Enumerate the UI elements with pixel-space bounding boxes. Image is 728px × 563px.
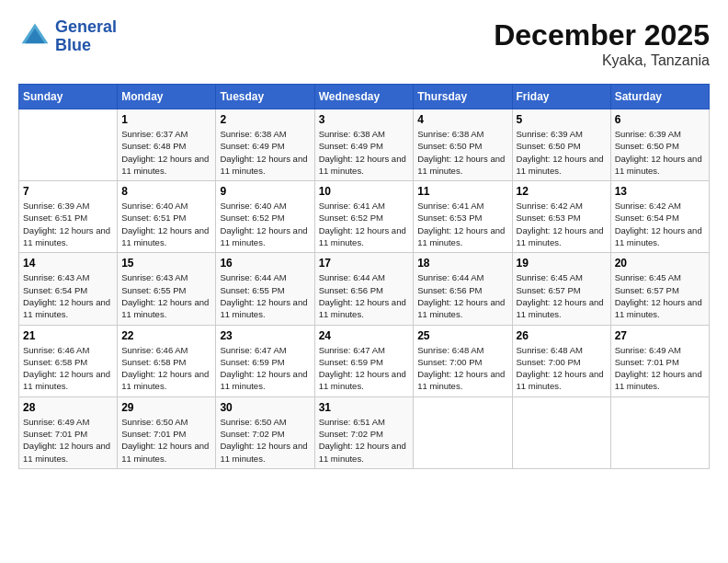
day-info: Sunrise: 6:43 AMSunset: 6:55 PMDaylight:…	[121, 271, 211, 320]
day-info: Sunrise: 6:40 AMSunset: 6:52 PMDaylight:…	[220, 200, 310, 248]
day-cell: 18Sunrise: 6:44 AMSunset: 6:56 PMDayligh…	[414, 253, 512, 325]
day-cell: 19Sunrise: 6:45 AMSunset: 6:57 PMDayligh…	[512, 253, 610, 325]
weekday-header-thursday: Thursday	[414, 85, 512, 109]
day-info: Sunrise: 6:38 AMSunset: 6:49 PMDaylight:…	[220, 128, 310, 177]
day-number: 22	[121, 329, 211, 342]
page-header: General Blue December 2025 Kyaka, Tanzan…	[18, 18, 710, 69]
day-info: Sunrise: 6:43 AMSunset: 6:54 PMDaylight:…	[23, 271, 113, 320]
day-number: 11	[417, 185, 507, 198]
weekday-header-friday: Friday	[512, 85, 610, 109]
day-cell: 22Sunrise: 6:46 AMSunset: 6:58 PMDayligh…	[118, 325, 216, 396]
logo: General Blue	[18, 18, 117, 55]
day-cell: 20Sunrise: 6:45 AMSunset: 6:57 PMDayligh…	[610, 253, 709, 325]
day-number: 15	[121, 257, 211, 270]
day-number: 9	[220, 185, 310, 198]
weekday-header-saturday: Saturday	[610, 85, 709, 109]
calendar-body: 1Sunrise: 6:37 AMSunset: 6:48 PMDaylight…	[19, 109, 710, 469]
day-info: Sunrise: 6:38 AMSunset: 6:50 PMDaylight:…	[417, 128, 507, 177]
day-cell: 2Sunrise: 6:38 AMSunset: 6:49 PMDaylight…	[216, 109, 314, 181]
day-cell: 8Sunrise: 6:40 AMSunset: 6:51 PMDaylight…	[118, 181, 216, 253]
logo-icon	[18, 20, 51, 53]
day-number: 19	[517, 257, 607, 270]
day-cell: 12Sunrise: 6:42 AMSunset: 6:53 PMDayligh…	[512, 181, 610, 253]
day-cell: 6Sunrise: 6:39 AMSunset: 6:50 PMDaylight…	[610, 109, 709, 181]
day-cell: 23Sunrise: 6:47 AMSunset: 6:59 PMDayligh…	[216, 325, 314, 396]
day-info: Sunrise: 6:47 AMSunset: 6:59 PMDaylight:…	[319, 344, 410, 393]
title-block: December 2025 Kyaka, Tanzania	[494, 18, 710, 69]
day-cell	[414, 396, 512, 468]
day-cell: 21Sunrise: 6:46 AMSunset: 6:58 PMDayligh…	[19, 325, 118, 396]
day-cell: 29Sunrise: 6:50 AMSunset: 7:01 PMDayligh…	[118, 396, 216, 468]
day-number: 26	[517, 329, 607, 342]
day-cell	[610, 396, 709, 468]
header-row: SundayMondayTuesdayWednesdayThursdayFrid…	[19, 85, 710, 109]
day-info: Sunrise: 6:39 AMSunset: 6:51 PMDaylight:…	[23, 200, 113, 248]
day-cell: 24Sunrise: 6:47 AMSunset: 6:59 PMDayligh…	[314, 325, 414, 396]
day-cell: 17Sunrise: 6:44 AMSunset: 6:56 PMDayligh…	[314, 253, 414, 325]
day-number: 28	[23, 401, 113, 414]
day-number: 29	[121, 401, 211, 414]
day-info: Sunrise: 6:42 AMSunset: 6:54 PMDaylight:…	[615, 200, 705, 248]
day-number: 31	[319, 401, 410, 414]
day-info: Sunrise: 6:50 AMSunset: 7:01 PMDaylight:…	[121, 416, 211, 465]
week-row-1: 1Sunrise: 6:37 AMSunset: 6:48 PMDaylight…	[19, 109, 710, 181]
day-info: Sunrise: 6:45 AMSunset: 6:57 PMDaylight:…	[517, 271, 607, 320]
day-info: Sunrise: 6:49 AMSunset: 7:01 PMDaylight:…	[23, 416, 113, 465]
logo-text: General Blue	[55, 18, 117, 55]
week-row-3: 14Sunrise: 6:43 AMSunset: 6:54 PMDayligh…	[19, 253, 710, 325]
calendar-table: SundayMondayTuesdayWednesdayThursdayFrid…	[18, 84, 710, 469]
day-number: 30	[220, 401, 310, 414]
calendar-header: SundayMondayTuesdayWednesdayThursdayFrid…	[19, 85, 710, 109]
day-number: 16	[220, 257, 310, 270]
day-number: 25	[417, 329, 507, 342]
day-info: Sunrise: 6:48 AMSunset: 7:00 PMDaylight:…	[517, 344, 607, 393]
day-info: Sunrise: 6:41 AMSunset: 6:53 PMDaylight:…	[417, 200, 507, 248]
day-cell: 10Sunrise: 6:41 AMSunset: 6:52 PMDayligh…	[314, 181, 414, 253]
day-number: 5	[517, 113, 607, 126]
day-cell	[512, 396, 610, 468]
weekday-header-wednesday: Wednesday	[314, 85, 414, 109]
day-info: Sunrise: 6:46 AMSunset: 6:58 PMDaylight:…	[23, 344, 113, 393]
day-info: Sunrise: 6:45 AMSunset: 6:57 PMDaylight:…	[615, 271, 705, 320]
day-number: 21	[23, 329, 113, 342]
week-row-4: 21Sunrise: 6:46 AMSunset: 6:58 PMDayligh…	[19, 325, 710, 396]
day-cell: 7Sunrise: 6:39 AMSunset: 6:51 PMDaylight…	[19, 181, 118, 253]
day-info: Sunrise: 6:48 AMSunset: 7:00 PMDaylight:…	[417, 344, 507, 393]
day-cell: 4Sunrise: 6:38 AMSunset: 6:50 PMDaylight…	[414, 109, 512, 181]
day-info: Sunrise: 6:42 AMSunset: 6:53 PMDaylight:…	[517, 200, 607, 248]
day-cell: 30Sunrise: 6:50 AMSunset: 7:02 PMDayligh…	[216, 396, 314, 468]
day-cell: 3Sunrise: 6:38 AMSunset: 6:49 PMDaylight…	[314, 109, 414, 181]
day-number: 23	[220, 329, 310, 342]
weekday-header-monday: Monday	[118, 85, 216, 109]
day-cell: 13Sunrise: 6:42 AMSunset: 6:54 PMDayligh…	[610, 181, 709, 253]
day-number: 27	[615, 329, 705, 342]
day-cell: 27Sunrise: 6:49 AMSunset: 7:01 PMDayligh…	[610, 325, 709, 396]
day-info: Sunrise: 6:44 AMSunset: 6:56 PMDaylight:…	[417, 271, 507, 320]
month-year: December 2025	[494, 18, 710, 52]
day-cell	[19, 109, 118, 181]
day-info: Sunrise: 6:38 AMSunset: 6:49 PMDaylight:…	[319, 128, 410, 177]
day-info: Sunrise: 6:47 AMSunset: 6:59 PMDaylight:…	[220, 344, 310, 393]
day-number: 12	[517, 185, 607, 198]
day-cell: 31Sunrise: 6:51 AMSunset: 7:02 PMDayligh…	[314, 396, 414, 468]
day-cell: 26Sunrise: 6:48 AMSunset: 7:00 PMDayligh…	[512, 325, 610, 396]
day-info: Sunrise: 6:51 AMSunset: 7:02 PMDaylight:…	[319, 416, 410, 465]
day-info: Sunrise: 6:39 AMSunset: 6:50 PMDaylight:…	[615, 128, 705, 177]
day-cell: 25Sunrise: 6:48 AMSunset: 7:00 PMDayligh…	[414, 325, 512, 396]
day-cell: 28Sunrise: 6:49 AMSunset: 7:01 PMDayligh…	[19, 396, 118, 468]
day-number: 24	[319, 329, 410, 342]
day-number: 10	[319, 185, 410, 198]
day-number: 3	[319, 113, 410, 126]
day-cell: 16Sunrise: 6:44 AMSunset: 6:55 PMDayligh…	[216, 253, 314, 325]
day-number: 17	[319, 257, 410, 270]
day-cell: 9Sunrise: 6:40 AMSunset: 6:52 PMDaylight…	[216, 181, 314, 253]
week-row-5: 28Sunrise: 6:49 AMSunset: 7:01 PMDayligh…	[19, 396, 710, 468]
location: Kyaka, Tanzania	[494, 52, 710, 69]
day-number: 7	[23, 185, 113, 198]
weekday-header-sunday: Sunday	[19, 85, 118, 109]
day-info: Sunrise: 6:44 AMSunset: 6:55 PMDaylight:…	[220, 271, 310, 320]
day-number: 13	[615, 185, 705, 198]
day-cell: 1Sunrise: 6:37 AMSunset: 6:48 PMDaylight…	[118, 109, 216, 181]
day-number: 6	[615, 113, 705, 126]
day-number: 4	[417, 113, 507, 126]
